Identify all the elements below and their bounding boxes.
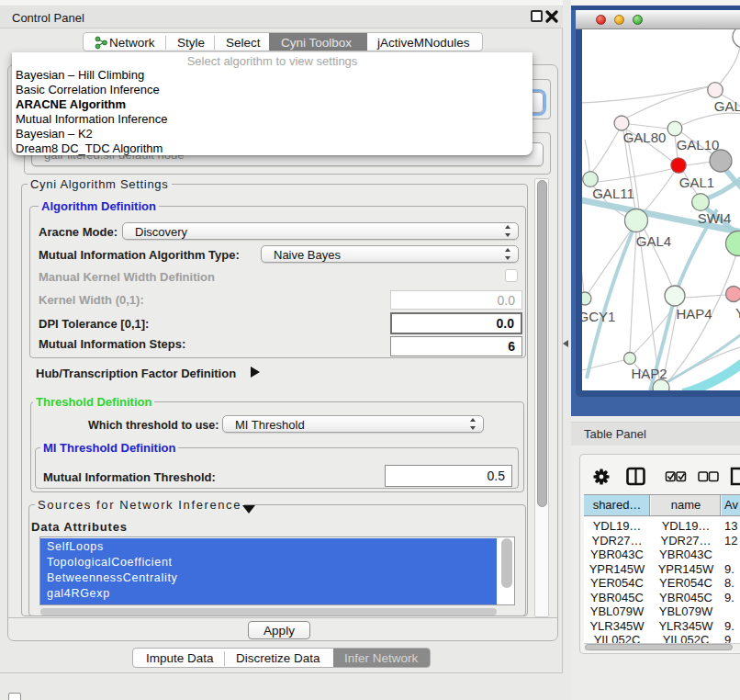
svg-text:HAP4: HAP4 xyxy=(676,306,712,322)
svg-text:Y: Y xyxy=(735,305,740,321)
svg-text:GCY1: GCY1 xyxy=(582,309,615,324)
svg-text:GAL10: GAL10 xyxy=(677,137,720,152)
svg-text:GAL7: GAL7 xyxy=(714,98,740,114)
svg-text:GAL1: GAL1 xyxy=(679,175,714,190)
svg-text:GAL80: GAL80 xyxy=(623,130,667,145)
svg-text:GAL4: GAL4 xyxy=(636,233,671,249)
svg-text:GAL11: GAL11 xyxy=(592,186,634,201)
svg-text:HAP2: HAP2 xyxy=(631,366,667,381)
svg-text:SWI4: SWI4 xyxy=(698,210,732,226)
